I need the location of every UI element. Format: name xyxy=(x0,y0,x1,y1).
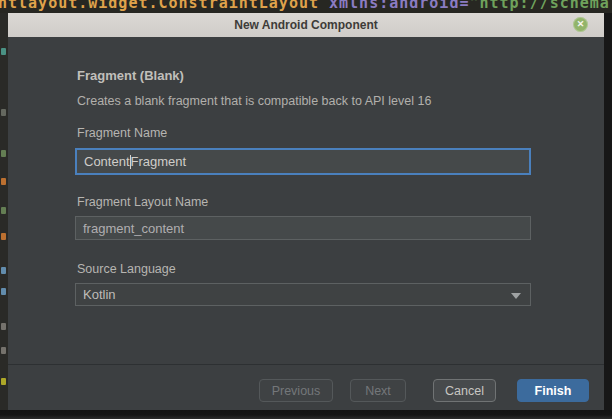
xml-string-text: "http://schema xyxy=(469,0,609,12)
template-heading: Fragment (Blank) xyxy=(77,68,184,83)
previous-button[interactable]: Previous xyxy=(259,379,333,402)
code-fragment xyxy=(1,378,6,385)
background-editor-code-strip: ntlayout.widget.ConstraintLayout xmlns:a… xyxy=(0,0,612,13)
xml-attribute-text: xmlns:android= xyxy=(329,0,469,12)
dialog-titlebar[interactable]: New Android Component ✕ xyxy=(8,13,604,37)
screen: ntlayout.widget.ConstraintLayout xmlns:a… xyxy=(0,0,612,419)
code-fragment xyxy=(1,109,6,116)
dialog-title: New Android Component xyxy=(234,18,378,32)
dialog-body: Fragment (Blank) Creates a blank fragmen… xyxy=(8,37,604,410)
background-editor-right-sliver xyxy=(604,13,612,419)
code-fragment xyxy=(1,288,6,295)
code-fragment xyxy=(1,207,6,214)
close-icon: ✕ xyxy=(577,20,585,29)
new-android-component-dialog: New Android Component ✕ Fragment (Blank)… xyxy=(8,13,604,410)
source-language-dropdown[interactable]: Kotlin xyxy=(75,283,531,306)
code-fragment xyxy=(1,233,6,240)
close-button[interactable]: ✕ xyxy=(573,17,588,32)
code-fragment xyxy=(1,178,6,185)
dropdown-arrow-icon xyxy=(511,293,521,299)
fragment-layout-name-label: Fragment Layout Name xyxy=(77,195,208,209)
fragment-name-input[interactable]: ContentFragment xyxy=(75,148,531,175)
cancel-button[interactable]: Cancel xyxy=(433,379,496,402)
fragment-layout-name-input[interactable]: fragment_content xyxy=(75,216,531,240)
code-fragment xyxy=(1,150,6,157)
code-fragment xyxy=(1,323,6,330)
button-bar-separator xyxy=(8,364,604,365)
source-language-value: Kotlin xyxy=(83,287,116,302)
fragment-name-label: Fragment Name xyxy=(77,126,167,140)
code-fragment xyxy=(1,347,6,354)
code-fragment xyxy=(1,267,6,274)
code-fragment xyxy=(1,48,6,55)
template-description: Creates a blank fragment that is compati… xyxy=(77,94,431,108)
xml-code-line: ntlayout.widget.ConstraintLayout xmlns:a… xyxy=(0,0,610,12)
background-editor-bottom-sliver xyxy=(0,410,612,419)
xml-tag-text: ntlayout.widget.ConstraintLayout xyxy=(0,0,329,12)
source-language-label: Source Language xyxy=(77,262,176,276)
finish-button[interactable]: Finish xyxy=(517,379,589,402)
fragment-name-value-before-caret: Content xyxy=(84,154,130,169)
background-editor-left-sliver xyxy=(0,13,8,410)
fragment-name-value-after-caret: Fragment xyxy=(131,154,187,169)
next-button[interactable]: Next xyxy=(350,379,406,402)
fragment-layout-name-value: fragment_content xyxy=(83,221,184,236)
